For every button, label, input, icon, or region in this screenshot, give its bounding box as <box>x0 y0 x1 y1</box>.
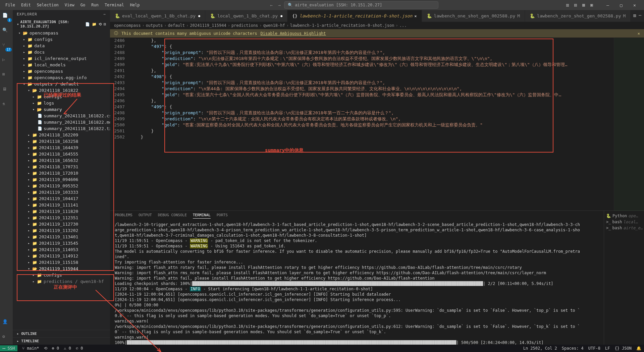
panel-tab-ports[interactable]: PORTS <box>217 213 228 219</box>
ports-count[interactable]: ✆ 0 <box>76 346 83 351</box>
editor-content[interactable]: }, "497": { "origin_prompt": "回答以下问题，只需直… <box>130 38 614 211</box>
tree-item[interactable]: ▸20241119_115158 <box>13 259 110 266</box>
tree-item[interactable]: ▸20241119_112351 <box>13 215 110 221</box>
tree-item[interactable]: ▸20241119_113545 <box>13 240 110 246</box>
layout-sidebar-icon[interactable]: ▥ <box>566 2 572 8</box>
disable-highlight-link[interactable]: Disable Ambiguous Highlight <box>261 31 326 36</box>
tree-item[interactable]: ▸20241118_165632 <box>13 157 110 164</box>
tree-item[interactable]: ▸configs <box>13 36 110 43</box>
tree-item[interactable]: ▸20241118_172010 <box>13 170 110 176</box>
menu-help[interactable]: Help <box>127 1 143 9</box>
git-branch[interactable]: ⑂ main* <box>22 346 39 351</box>
tree-item[interactable]: summary_20241118_161822.md <box>13 119 110 125</box>
extensions-icon[interactable]: ⊞ <box>2 72 10 80</box>
testing-icon[interactable]: ⚗ <box>2 101 10 109</box>
tree-item[interactable]: ▸20241119_113401 <box>13 234 110 240</box>
layout-sidebar-right-icon[interactable]: ▦ <box>582 2 588 8</box>
menu-selection[interactable]: Selection <box>34 1 61 9</box>
chevron-down-icon[interactable]: ▾ <box>17 22 19 26</box>
panel-tab-problems[interactable]: PROBLEMS <box>115 213 132 219</box>
tree-item[interactable]: ▸20241119_104417 <box>13 195 110 202</box>
remote-indicator[interactable]: ⟷ SSH <box>0 345 17 351</box>
run-debug-icon[interactable]: ▷ <box>2 57 10 65</box>
new-folder-icon[interactable]: 📁 <box>92 22 97 26</box>
accounts-icon[interactable]: 👤 <box>2 319 10 327</box>
menu-go[interactable]: Go <box>78 1 88 9</box>
tree-item[interactable]: ▸opencompass.egg-info <box>13 74 110 81</box>
source-control-icon[interactable]: ⑂17 <box>2 42 10 50</box>
minimap[interactable] <box>614 38 644 211</box>
tree-item[interactable]: ▸local_models <box>13 62 110 68</box>
more-icon[interactable]: ⋯ <box>103 12 106 16</box>
tree-item[interactable]: ▸configs <box>13 94 110 100</box>
tree-item[interactable]: ▾20241118_161822 <box>13 87 110 94</box>
tree-item[interactable]: ▸predictions / qwen18-hf <box>13 278 110 285</box>
panel-tab-debug console[interactable]: DEBUG CONSOLE <box>158 213 187 219</box>
editor-tab[interactable]: 🐍lawbench_one_shot_gen_002588.pyM <box>422 10 525 22</box>
sync-icon[interactable]: ⟲ <box>44 346 47 351</box>
menu-file[interactable]: File <box>3 1 18 9</box>
tree-item[interactable]: ▸20241119_112730 <box>13 221 110 227</box>
tree-item[interactable]: ▸docs <box>13 49 110 55</box>
tree-item[interactable]: ▸logs <box>13 100 110 106</box>
remote-explorer-icon[interactable]: 🖥 <box>2 86 10 95</box>
menu-run[interactable]: Run <box>89 1 101 9</box>
tree-item[interactable]: ▸opencompass <box>13 68 110 74</box>
tree-item[interactable]: ▾20241119_115944 <box>13 266 110 272</box>
terminal-session[interactable]: >_bashlocal… <box>606 219 642 225</box>
editor-tab[interactable]: 🐍eval_local_qwen_1_8b_chat.py <box>110 10 205 22</box>
panel-tab-output[interactable]: OUTPUT <box>139 213 152 219</box>
minimize-button[interactable]: — <box>601 0 614 10</box>
outline-section[interactable]: OUTLINE <box>21 332 37 336</box>
command-center[interactable]: 🔍 airte_evaluation [SSH: 10.151.20.27] <box>284 1 438 9</box>
collapse-icon[interactable]: ⊟ <box>104 22 106 26</box>
terminal-output[interactable]: /lawbench-2-10-trigger_word_extraction-1… <box>110 221 604 345</box>
tree-item[interactable]: ▸20241119_111141 <box>13 202 110 208</box>
tree-item[interactable]: ▸20241119_111820 <box>13 208 110 215</box>
more-actions-icon[interactable]: ⋯ <box>639 13 641 19</box>
tree-item[interactable]: summary_20241118_161822.csv <box>13 113 110 119</box>
tree-item[interactable]: summary_20241118_161822.txt <box>13 125 110 132</box>
tree-item[interactable]: ▸20241119_113202 <box>13 227 110 234</box>
tree-item[interactable]: ▸20241118_163258 <box>13 138 110 144</box>
menu-edit[interactable]: Edit <box>18 1 34 9</box>
search-icon[interactable]: 🔍 <box>2 27 10 36</box>
maximize-button[interactable]: ▢ <box>614 0 628 10</box>
notifications-icon[interactable]: 🔔 <box>636 346 641 351</box>
encoding[interactable]: UTF-8 <box>588 346 600 351</box>
tree-item[interactable]: ▸data <box>13 43 110 49</box>
warnings-count[interactable]: ⚠ 0 <box>64 346 71 351</box>
layout-panel-icon[interactable]: ▤ <box>574 2 580 8</box>
editor-tab[interactable]: {}lawbench-1-1-article_recitation-0-shot… <box>287 10 422 22</box>
close-button[interactable]: ✕ <box>628 0 641 10</box>
menu-terminal[interactable]: Terminal <box>102 1 127 9</box>
indentation[interactable]: Spaces: 4 <box>562 346 584 351</box>
tree-item[interactable]: ▸20241119_114912 <box>13 253 110 259</box>
panel-tab-terminal[interactable]: TERMINAL <box>193 213 211 219</box>
editor-tab[interactable]: 🐍local_qwen_1_8b_chat.py <box>205 10 287 22</box>
nav-forward-icon[interactable]: → <box>278 3 281 8</box>
tree-item[interactable]: ▸20241119_095352 <box>13 183 110 189</box>
language-mode[interactable]: {} JSON <box>614 346 632 351</box>
menu-view[interactable]: View <box>62 1 77 9</box>
tree-item[interactable]: ▾outputs / default <box>13 81 110 87</box>
tree-item[interactable]: ▸icl_inference_output <box>13 55 110 62</box>
eol[interactable]: LF <box>605 346 610 351</box>
tree-item[interactable]: ▾opencompass <box>13 30 110 36</box>
file-tree[interactable]: ▾opencompass▸configs▸data▸docs▸icl_infer… <box>13 30 110 330</box>
tree-item[interactable]: ▸20241119_094606 <box>13 176 110 183</box>
layout-customize-icon[interactable]: ▣ <box>590 2 596 8</box>
tree-item[interactable]: ▸20241118_162209 <box>13 132 110 138</box>
terminal-session[interactable]: 🐍Pythonope… <box>606 213 642 219</box>
cursor-position[interactable]: Ln 2502, Col 2 <box>523 346 557 351</box>
settings-icon[interactable]: ⚙ <box>2 334 10 342</box>
explorer-icon[interactable]: 📄1 <box>2 13 10 21</box>
tree-item[interactable]: ▸20241119_103333 <box>13 189 110 195</box>
timeline-section[interactable]: TIMELINE <box>21 339 39 343</box>
tree-item[interactable]: ▸20241118_170731 <box>13 164 110 170</box>
tree-item[interactable]: ▸20241118_164439 <box>13 144 110 151</box>
errors-count[interactable]: ⊗ 0 <box>52 346 59 351</box>
tree-item[interactable]: ▸20241119_114053 <box>13 246 110 253</box>
tree-item[interactable]: ▸20241118_164555 <box>13 151 110 157</box>
editor-tab[interactable]: 🐍lawbench_zero_shot_gen_002588.pyM <box>525 10 631 22</box>
